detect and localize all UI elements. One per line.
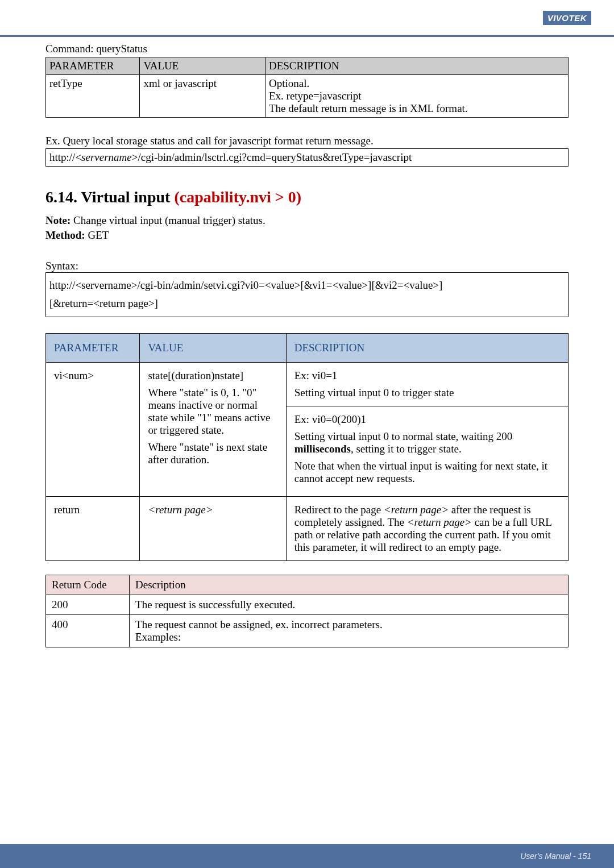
value-line: Where "nstate" is next state after durat… [148, 441, 277, 466]
cell-desc: The request cannot be assigned, ex. inco… [130, 614, 569, 647]
query-status-table: PARAMETER VALUE DESCRIPTION retType xml … [45, 57, 569, 118]
table-row: vi<num> state[(duration)nstate] Where "s… [46, 362, 569, 496]
desc-line: Note that when the virtual input is wait… [294, 460, 560, 485]
table-header-row: PARAMETER VALUE DESCRIPTION [46, 57, 569, 75]
cell-desc: Redirect to the page <return page> after… [286, 496, 568, 560]
method-text: GET [85, 229, 109, 241]
section-number-title: 6.14. Virtual input [45, 188, 174, 206]
value-line: state[(duration)nstate] [148, 369, 277, 382]
section-heading: 6.14. Virtual input (capability.nvi > 0) [45, 188, 569, 206]
page-content: Command: queryStatus PARAMETER VALUE DES… [0, 37, 614, 647]
cell-value: xml or javascript [140, 75, 265, 118]
cell-code: 400 [46, 614, 130, 647]
col-description: DESCRIPTION [265, 57, 568, 75]
footer-text: User's Manual - 151 [520, 852, 591, 861]
desc-line: The default return message is in XML for… [269, 102, 565, 115]
desc-line: Ex: vi0=1 [294, 369, 560, 382]
cell-value: <return page> [140, 496, 286, 560]
col-description: Description [130, 575, 569, 595]
col-parameter: PARAMETER [46, 57, 140, 75]
cell-param: return [46, 496, 140, 560]
desc-line: Optional. [269, 77, 565, 90]
col-description: DESCRIPTION [286, 333, 568, 362]
footer-bar: User's Manual - 151 [0, 844, 614, 868]
desc-line: Ex: vi0=0(200)1 [294, 413, 560, 426]
cell-param: retType [46, 75, 140, 118]
url-servername: servername [81, 151, 132, 163]
syntax-line: [&return=<return page>] [49, 294, 565, 313]
cell-value: state[(duration)nstate] Where "state" is… [140, 362, 286, 496]
table-row: 200 The request is successfully executed… [46, 595, 569, 614]
table-row: return <return page> Redirect to the pag… [46, 496, 569, 560]
command-label: Command: queryStatus [45, 43, 569, 55]
desc-line: Setting virtual input 0 to normal state,… [294, 430, 560, 455]
col-return-code: Return Code [46, 575, 130, 595]
header-bar: VIVOTEK [0, 0, 614, 37]
desc-line: Setting virtual input 0 to trigger state [294, 387, 560, 399]
virtual-input-table: PARAMETER VALUE DESCRIPTION vi<num> stat… [45, 333, 569, 561]
syntax-box: http://<servername>/cgi-bin/admin/setvi.… [45, 272, 569, 317]
cell-param: vi<num> [46, 362, 140, 496]
return-code-table: Return Code Description 200 The request … [45, 575, 569, 647]
cell-desc: Ex: vi0=1 Setting virtual input 0 to tri… [286, 362, 568, 496]
cell-desc: Optional. Ex. retype=javascript The defa… [265, 75, 568, 118]
example-intro: Ex. Query local storage status and call … [45, 135, 569, 147]
table-row: retType xml or javascript Optional. Ex. … [46, 75, 569, 118]
desc-top-block: Ex: vi0=1 Setting virtual input 0 to tri… [287, 363, 568, 406]
cell-desc: The request is successfully executed. [130, 595, 569, 614]
cell-code: 200 [46, 595, 130, 614]
value-line: Where "state" is 0, 1. "0" means inactiv… [148, 387, 277, 437]
note-line: Note: Change virtual input (manual trigg… [45, 214, 569, 227]
col-value: VALUE [140, 333, 286, 362]
desc-line: Examples: [135, 631, 562, 643]
col-value: VALUE [140, 57, 265, 75]
table-header-row: PARAMETER VALUE DESCRIPTION [46, 333, 569, 362]
method-line: Method: GET [45, 229, 569, 242]
url-prefix: http://< [49, 151, 81, 163]
note-text: Change virtual input (manual trigger) st… [70, 214, 265, 226]
col-parameter: PARAMETER [46, 333, 140, 362]
section-condition: (capability.nvi > 0) [174, 188, 301, 206]
note-label: Note: [45, 214, 70, 226]
table-header-row: Return Code Description [46, 575, 569, 595]
syntax-line: http://<servername>/cgi-bin/admin/setvi.… [49, 276, 565, 294]
example-url-box: http://<servername>/cgi-bin/admin/lsctrl… [45, 148, 569, 167]
desc-line: The request cannot be assigned, ex. inco… [135, 618, 562, 631]
desc-bottom-block: Ex: vi0=0(200)1 Setting virtual input 0 … [287, 406, 568, 496]
table-row: 400 The request cannot be assigned, ex. … [46, 614, 569, 647]
brand-logo: VIVOTEK [543, 11, 591, 25]
method-label: Method: [45, 229, 85, 241]
url-suffix: >/cgi-bin/admin/lsctrl.cgi?cmd=queryStat… [132, 151, 412, 163]
desc-line: Ex. retype=javascript [269, 90, 565, 102]
syntax-label: Syntax: [45, 260, 569, 272]
